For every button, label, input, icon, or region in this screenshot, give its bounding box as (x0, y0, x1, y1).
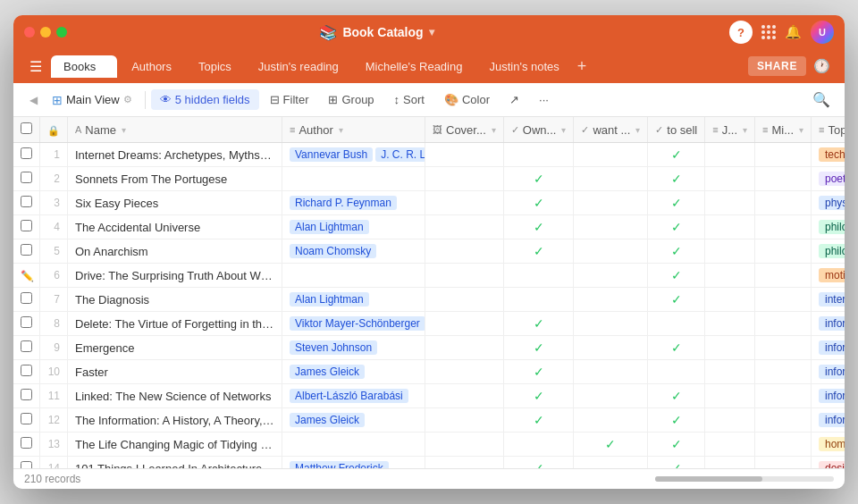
row-name[interactable]: Drive: The Surprising Truth About What M… (68, 264, 282, 288)
row-checkbox-cell[interactable]: ✏️ (13, 264, 40, 288)
tab-michelles-reading[interactable]: Michelle's Reading (353, 55, 475, 78)
add-tab-button[interactable]: + (577, 57, 587, 76)
topic-tag[interactable]: philosophy (819, 244, 845, 258)
author-tag[interactable]: Matthew Frederick (290, 461, 389, 468)
author-tag[interactable]: Noam Chomsky (290, 244, 376, 258)
row-checkbox-cell[interactable] (13, 312, 40, 336)
row-name[interactable]: Internet Dreams: Archetypes, Myths, and … (68, 143, 282, 167)
topic-tag[interactable]: philosophy (819, 220, 845, 234)
col-own-header[interactable]: ✓ Own... ▾ (503, 117, 574, 143)
author-tag[interactable]: Albert-László Barabási (290, 389, 408, 403)
row-checkbox[interactable] (21, 340, 32, 352)
row-checkbox[interactable] (21, 244, 32, 256)
col-cover-header[interactable]: 🖼 Cover... ▾ (425, 117, 504, 143)
col-j-header[interactable]: ≡ J... ▾ (705, 117, 755, 143)
more-button[interactable]: ··· (530, 89, 558, 110)
row-checkbox-cell[interactable] (13, 384, 40, 408)
topic-tag[interactable]: technology (819, 147, 845, 162)
avatar[interactable]: U (811, 21, 834, 44)
col-topics-header[interactable]: ≡ Topics (812, 117, 845, 143)
author-tag[interactable]: Steven Johnson (290, 340, 377, 355)
row-checkbox[interactable] (21, 461, 32, 468)
row-name[interactable]: On Anarchism (68, 239, 282, 264)
row-checkbox-cell[interactable] (13, 433, 40, 457)
row-name[interactable]: Sonnets From The Portugese (68, 167, 282, 191)
topic-tag[interactable]: information theory (819, 365, 845, 379)
topic-tag[interactable]: design (819, 461, 845, 468)
row-checkbox[interactable] (21, 196, 32, 207)
bell-icon[interactable]: 🔔 (785, 24, 802, 40)
topic-tag[interactable]: information theory (819, 340, 845, 355)
col-author-header[interactable]: ≡ Author ▾ (282, 117, 425, 143)
row-checkbox-cell[interactable] (13, 167, 40, 191)
row-checkbox[interactable] (21, 172, 32, 183)
col-tosell-header[interactable]: ✓ to sell (648, 117, 705, 143)
color-button[interactable]: 🎨 Color (435, 89, 499, 110)
author-tag[interactable]: J. C. R. Lic (375, 147, 425, 162)
col-checkbox[interactable] (13, 117, 40, 143)
close-button[interactable] (24, 27, 35, 38)
topic-tag[interactable]: information theory (819, 413, 845, 427)
minimize-button[interactable] (40, 27, 51, 38)
share-button[interactable]: SHARE (748, 56, 806, 76)
group-button[interactable]: ⊞ Group (319, 89, 383, 110)
author-tag[interactable]: Alan Lightman (290, 220, 369, 234)
sort-button[interactable]: ↕ Sort (385, 89, 433, 110)
tab-justins-notes[interactable]: Justin's notes (476, 55, 571, 78)
author-tag[interactable]: Alan Lightman (290, 292, 369, 307)
topic-tag[interactable]: physics (819, 196, 845, 210)
topic-tag[interactable]: poetry (819, 172, 845, 186)
row-checkbox-cell[interactable] (13, 215, 40, 239)
row-name[interactable]: The Accidental Universe (68, 215, 282, 239)
filter-button[interactable]: ⊟ Filter (261, 89, 318, 110)
topic-tag[interactable]: information theory (819, 316, 845, 331)
row-checkbox[interactable] (21, 365, 32, 376)
row-checkbox-cell[interactable] (13, 288, 40, 312)
hamburger-icon[interactable]: ☰ (22, 55, 49, 79)
hidden-fields-button[interactable]: 👁 5 hidden fields (151, 89, 259, 110)
col-mi-header[interactable]: ≡ Mi... ▾ (755, 117, 812, 143)
row-name[interactable]: The Life Changing Magic of Tidying Up (68, 433, 282, 457)
export-button[interactable]: ↗ (500, 89, 528, 110)
row-name[interactable]: Delete: The Virtue of Forgetting in the … (68, 312, 282, 336)
maximize-button[interactable] (56, 27, 67, 38)
row-checkbox-cell[interactable] (13, 457, 40, 469)
row-checkbox[interactable] (21, 220, 32, 231)
row-checkbox-cell[interactable] (13, 336, 40, 360)
topic-tag[interactable]: home (819, 437, 845, 451)
row-checkbox-cell[interactable] (13, 143, 40, 167)
author-tag[interactable]: James Gleick (290, 365, 365, 379)
tab-justins-reading[interactable]: Justin's reading (246, 55, 351, 78)
tab-books[interactable]: Books (51, 55, 117, 78)
view-toggle[interactable]: ◀ (24, 90, 43, 110)
row-name[interactable]: Faster (68, 360, 282, 384)
row-name[interactable]: Linked: The New Science of Networks (68, 384, 282, 408)
main-view-selector[interactable]: ⊞ Main View ⚙ (45, 89, 139, 111)
select-all-checkbox[interactable] (21, 122, 32, 134)
row-checkbox[interactable] (21, 292, 32, 304)
row-name[interactable]: The Information: A History, A Theory, A … (68, 408, 282, 433)
row-checkbox-cell[interactable] (13, 408, 40, 433)
author-tag[interactable]: Viktor Mayer-Schönberger (290, 316, 425, 331)
scrollbar-container[interactable] (655, 476, 834, 482)
author-tag[interactable]: Vannevar Bush (290, 147, 373, 162)
row-checkbox[interactable] (21, 437, 32, 449)
topic-tag[interactable]: internet (819, 292, 845, 307)
tab-topics[interactable]: Topics (186, 55, 244, 78)
row-name[interactable]: Emergence (68, 336, 282, 360)
row-checkbox[interactable] (21, 389, 32, 400)
col-name-header[interactable]: A Name ▾ (68, 117, 282, 143)
history-icon[interactable]: 🕐 (808, 55, 836, 78)
author-tag[interactable]: Richard P. Feynman (290, 196, 397, 210)
col-want-header[interactable]: ✓ want ... ▾ (574, 117, 648, 143)
row-name[interactable]: Six Easy Pieces (68, 191, 282, 215)
title-dropdown-arrow[interactable]: ▾ (429, 26, 434, 38)
tab-authors[interactable]: Authors (119, 55, 184, 78)
topic-tag[interactable]: information theory (819, 389, 845, 403)
row-checkbox[interactable] (21, 147, 32, 159)
search-icon[interactable]: 🔍 (809, 88, 834, 112)
topic-tag[interactable]: motivation (819, 268, 845, 282)
row-checkbox-cell[interactable] (13, 360, 40, 384)
help-icon[interactable]: ? (729, 21, 753, 44)
row-checkbox[interactable] (21, 413, 32, 424)
